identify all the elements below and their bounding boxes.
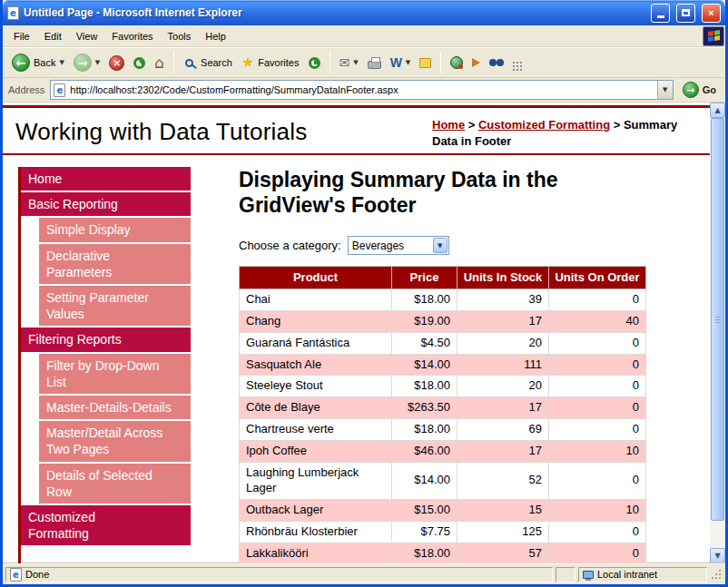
status-text: Done [25, 569, 49, 580]
edit-word-icon: W [390, 55, 402, 70]
breadcrumb-link-home[interactable]: Home [432, 118, 465, 132]
favorites-button[interactable]: ★ Favorites [238, 53, 303, 73]
cell-product: Côte de Blaye [240, 397, 392, 419]
sidebar-item-declarative-parameters[interactable]: Declarative Parameters [39, 244, 191, 284]
menu-bar-items: FileEditViewFavoritesToolsHelp [6, 27, 233, 45]
maximize-button[interactable] [676, 4, 695, 23]
menu-view[interactable]: View [69, 27, 105, 45]
status-page-icon: e [10, 568, 22, 582]
search-icon [185, 59, 193, 67]
back-label: Back [34, 57, 55, 68]
sidebar-nav: HomeBasic ReportingSimple DisplayDeclara… [3, 167, 191, 563]
scroll-down-button[interactable]: ▼ [710, 548, 725, 563]
cell-units-on-order: 0 [549, 543, 646, 563]
sidebar-item-filter-by-drop-down-list[interactable]: Filter by Drop-Down List [39, 354, 191, 394]
scroll-up-icon: ▲ [714, 106, 720, 114]
minimize-button[interactable] [651, 4, 670, 23]
forward-button[interactable]: → ▼ [70, 51, 103, 74]
go-label: Go [703, 84, 716, 95]
category-row: Choose a category: Beverages ▼ [239, 236, 710, 255]
edit-dropdown-icon[interactable]: ▼ [406, 59, 410, 66]
window-title: Untitled Page - Microsoft Internet Explo… [24, 6, 644, 19]
menu-edit[interactable]: Edit [37, 27, 69, 45]
scroll-up-button[interactable]: ▲ [710, 103, 725, 118]
home-icon: ⌂ [154, 55, 164, 71]
title-bar[interactable]: e Untitled Page - Microsoft Internet Exp… [3, 0, 725, 25]
home-button[interactable]: ⌂ [151, 53, 168, 73]
address-input[interactable]: e http://localhost:2302/Code/CustomForma… [50, 80, 673, 100]
discuss-button[interactable] [416, 55, 435, 71]
sidebar-item-setting-parameter-values[interactable]: Setting Parameter Values [39, 286, 191, 326]
menu-file[interactable]: File [6, 27, 37, 45]
browser-window: e Untitled Page - Microsoft Internet Exp… [0, 0, 728, 587]
stop-button[interactable]: × [105, 53, 128, 73]
forward-dropdown-icon[interactable]: ▼ [95, 59, 100, 66]
scrollbar-thumb[interactable] [711, 118, 724, 521]
cell-price: $18.00 [392, 289, 457, 310]
sidebar-item-master-details-details[interactable]: Master-Details-Details [39, 396, 191, 419]
cell-units-on-order: 40 [549, 310, 646, 332]
go-button[interactable]: → Go [679, 82, 720, 98]
search-button[interactable]: Search [180, 54, 236, 72]
vertical-scrollbar[interactable]: ▲ ▼ [710, 103, 725, 563]
addon-button-3[interactable] [486, 56, 507, 69]
breadcrumb-link-customized-formatting[interactable]: Customized Formatting [478, 118, 610, 132]
cell-price: $14.00 [392, 463, 457, 500]
table-row: Outback Lager$15.001510 [240, 499, 646, 521]
intranet-zone-icon [583, 571, 594, 579]
resize-grip[interactable] [710, 568, 723, 581]
sidebar-item-home[interactable]: Home [21, 167, 191, 191]
favorites-icon: ★ [241, 55, 254, 70]
grid-body: Chai$18.00390Chang$19.001740Guaraná Fant… [240, 289, 646, 563]
forward-arrow-glyph: → [77, 57, 87, 69]
cell-units-on-order: 0 [549, 397, 646, 419]
edit-button[interactable]: W ▼ [387, 53, 415, 73]
addon-button-1[interactable] [447, 54, 467, 72]
cell-product: Guaraná Fantástica [240, 332, 392, 354]
mail-dropdown-icon[interactable]: ▼ [353, 59, 358, 66]
column-header-price: Price [392, 267, 457, 289]
cell-product: Steeleye Stout [240, 376, 392, 397]
table-row: Côte de Blaye$263.50170 [240, 397, 646, 419]
addon-button-4[interactable] [509, 54, 527, 71]
sidebar-item-customized-formatting[interactable]: Customized Formatting [21, 505, 191, 545]
cell-price: $19.00 [392, 310, 457, 332]
mail-icon: ✉ [339, 56, 350, 69]
print-button[interactable] [364, 54, 385, 72]
go-icon: → [683, 82, 699, 98]
mail-button[interactable]: ✉ ▼ [336, 54, 362, 72]
sidebar-item-basic-reporting[interactable]: Basic Reporting [21, 192, 191, 216]
close-button[interactable]: × [702, 4, 721, 23]
category-label: Choose a category: [239, 239, 341, 252]
addon-button-2[interactable] [468, 55, 484, 70]
cell-price: $46.00 [392, 441, 457, 463]
table-row: Chai$18.00390 [240, 289, 646, 310]
history-button[interactable] [305, 54, 324, 72]
windows-logo-icon [703, 26, 724, 46]
sidebar-item-filtering-reports[interactable]: Filtering Reports [21, 328, 191, 351]
cell-product: Chartreuse verte [240, 419, 392, 441]
address-dropdown-button[interactable]: ▼ [657, 81, 673, 99]
stop-glyph: × [113, 58, 121, 68]
scrollbar-track[interactable] [710, 118, 725, 548]
cell-units-in-stock: 52 [457, 463, 549, 500]
products-gridview: ProductPriceUnits In StockUnits On Order… [239, 266, 646, 563]
sidebar-item-simple-display[interactable]: Simple Display [39, 218, 191, 241]
back-dropdown-icon[interactable]: ▼ [59, 59, 64, 66]
site-title: Working with Data Tutorials [15, 114, 307, 149]
back-button[interactable]: ← Back ▼ [8, 51, 68, 74]
cell-product: Outback Lager [240, 499, 392, 521]
sidebar-item-master-detail-across-two-pages[interactable]: Master/Detail Across Two Pages [39, 421, 191, 461]
refresh-button[interactable] [130, 54, 149, 72]
cell-units-in-stock: 69 [457, 419, 549, 441]
menu-favorites[interactable]: Favorites [104, 27, 160, 45]
category-dropdown[interactable]: Beverages ▼ [348, 236, 449, 255]
cell-product: Sasquatch Ale [240, 354, 392, 376]
menu-help[interactable]: Help [198, 27, 233, 45]
cell-product: Rhönbräu Klosterbier [240, 521, 392, 543]
dropdown-arrow-icon[interactable]: ▼ [433, 238, 448, 253]
sidebar-item-details-of-selected-row[interactable]: Details of Selected Row [39, 464, 191, 504]
menu-tools[interactable]: Tools [161, 27, 199, 45]
grid-header-row: ProductPriceUnits In StockUnits On Order [240, 267, 646, 289]
grid-icon [513, 62, 515, 64]
